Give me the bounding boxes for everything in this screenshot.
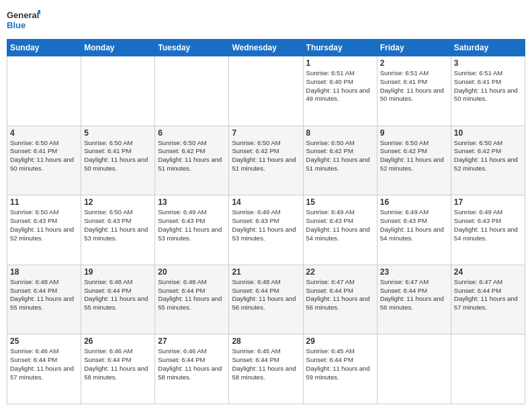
day-number: 5 bbox=[84, 128, 152, 138]
day-number: 12 bbox=[84, 197, 152, 207]
table-row: 25Sunrise: 6:46 AM Sunset: 6:44 PM Dayli… bbox=[7, 334, 81, 404]
day-info: Sunrise: 6:46 AM Sunset: 6:44 PM Dayligh… bbox=[10, 347, 78, 381]
table-row: 23Sunrise: 6:47 AM Sunset: 6:44 PM Dayli… bbox=[377, 265, 451, 334]
svg-text:General: General bbox=[7, 10, 39, 20]
table-row: 20Sunrise: 6:48 AM Sunset: 6:44 PM Dayli… bbox=[155, 265, 229, 334]
day-info: Sunrise: 6:47 AM Sunset: 6:44 PM Dayligh… bbox=[454, 278, 522, 312]
day-number: 29 bbox=[306, 336, 374, 346]
day-info: Sunrise: 6:50 AM Sunset: 6:43 PM Dayligh… bbox=[84, 208, 152, 242]
day-info: Sunrise: 6:46 AM Sunset: 6:44 PM Dayligh… bbox=[158, 347, 226, 381]
table-row: 19Sunrise: 6:48 AM Sunset: 6:44 PM Dayli… bbox=[81, 265, 155, 334]
day-number: 13 bbox=[158, 197, 226, 207]
header-sunday: Sunday bbox=[7, 40, 81, 56]
page: General Blue SundayMondayTuesdayWednesda… bbox=[0, 0, 532, 411]
header: General Blue bbox=[7, 7, 525, 34]
day-number: 9 bbox=[380, 128, 448, 138]
day-info: Sunrise: 6:50 AM Sunset: 6:42 PM Dayligh… bbox=[380, 139, 448, 173]
week-row-2: 11Sunrise: 6:50 AM Sunset: 6:43 PM Dayli… bbox=[7, 195, 525, 265]
calendar-header-row: SundayMondayTuesdayWednesdayThursdayFrid… bbox=[7, 40, 525, 56]
table-row: 27Sunrise: 6:46 AM Sunset: 6:44 PM Dayli… bbox=[155, 334, 229, 404]
table-row bbox=[7, 56, 81, 126]
logo-svg: General Blue bbox=[7, 7, 40, 34]
table-row: 5Sunrise: 6:50 AM Sunset: 6:41 PM Daylig… bbox=[81, 126, 155, 195]
logo: General Blue bbox=[7, 7, 40, 34]
day-info: Sunrise: 6:48 AM Sunset: 6:44 PM Dayligh… bbox=[84, 278, 152, 312]
day-info: Sunrise: 6:48 AM Sunset: 6:44 PM Dayligh… bbox=[232, 278, 300, 312]
day-number: 22 bbox=[306, 267, 374, 277]
day-info: Sunrise: 6:51 AM Sunset: 6:41 PM Dayligh… bbox=[454, 69, 522, 103]
table-row: 14Sunrise: 6:49 AM Sunset: 6:43 PM Dayli… bbox=[229, 195, 303, 265]
table-row: 7Sunrise: 6:50 AM Sunset: 6:42 PM Daylig… bbox=[229, 126, 303, 195]
day-info: Sunrise: 6:45 AM Sunset: 6:44 PM Dayligh… bbox=[232, 347, 300, 381]
day-number: 18 bbox=[10, 267, 78, 277]
table-row bbox=[155, 56, 229, 126]
calendar-table: SundayMondayTuesdayWednesdayThursdayFrid… bbox=[7, 39, 525, 404]
table-row: 17Sunrise: 6:49 AM Sunset: 6:43 PM Dayli… bbox=[451, 195, 525, 265]
day-info: Sunrise: 6:49 AM Sunset: 6:43 PM Dayligh… bbox=[380, 208, 448, 242]
table-row: 22Sunrise: 6:47 AM Sunset: 6:44 PM Dayli… bbox=[303, 265, 377, 334]
day-number: 25 bbox=[10, 336, 78, 346]
table-row: 26Sunrise: 6:46 AM Sunset: 6:44 PM Dayli… bbox=[81, 334, 155, 404]
table-row bbox=[451, 334, 525, 404]
day-number: 20 bbox=[158, 267, 226, 277]
day-number: 15 bbox=[306, 197, 374, 207]
day-number: 26 bbox=[84, 336, 152, 346]
table-row: 28Sunrise: 6:45 AM Sunset: 6:44 PM Dayli… bbox=[229, 334, 303, 404]
table-row: 2Sunrise: 6:51 AM Sunset: 6:41 PM Daylig… bbox=[377, 56, 451, 126]
table-row bbox=[229, 56, 303, 126]
table-row: 4Sunrise: 6:50 AM Sunset: 6:41 PM Daylig… bbox=[7, 126, 81, 195]
day-number: 27 bbox=[158, 336, 226, 346]
table-row: 3Sunrise: 6:51 AM Sunset: 6:41 PM Daylig… bbox=[451, 56, 525, 126]
table-row: 9Sunrise: 6:50 AM Sunset: 6:42 PM Daylig… bbox=[377, 126, 451, 195]
table-row: 15Sunrise: 6:49 AM Sunset: 6:43 PM Dayli… bbox=[303, 195, 377, 265]
table-row: 13Sunrise: 6:49 AM Sunset: 6:43 PM Dayli… bbox=[155, 195, 229, 265]
table-row: 21Sunrise: 6:48 AM Sunset: 6:44 PM Dayli… bbox=[229, 265, 303, 334]
day-info: Sunrise: 6:50 AM Sunset: 6:42 PM Dayligh… bbox=[158, 139, 226, 173]
day-info: Sunrise: 6:47 AM Sunset: 6:44 PM Dayligh… bbox=[306, 278, 374, 312]
day-number: 28 bbox=[232, 336, 300, 346]
week-row-0: 1Sunrise: 6:51 AM Sunset: 6:40 PM Daylig… bbox=[7, 56, 525, 126]
table-row: 24Sunrise: 6:47 AM Sunset: 6:44 PM Dayli… bbox=[451, 265, 525, 334]
day-number: 11 bbox=[10, 197, 78, 207]
table-row: 18Sunrise: 6:48 AM Sunset: 6:44 PM Dayli… bbox=[7, 265, 81, 334]
day-info: Sunrise: 6:49 AM Sunset: 6:43 PM Dayligh… bbox=[232, 208, 300, 242]
day-info: Sunrise: 6:48 AM Sunset: 6:44 PM Dayligh… bbox=[158, 278, 226, 312]
header-thursday: Thursday bbox=[303, 40, 377, 56]
day-number: 19 bbox=[84, 267, 152, 277]
day-number: 23 bbox=[380, 267, 448, 277]
day-info: Sunrise: 6:49 AM Sunset: 6:43 PM Dayligh… bbox=[306, 208, 374, 242]
day-info: Sunrise: 6:51 AM Sunset: 6:40 PM Dayligh… bbox=[306, 69, 374, 103]
table-row: 10Sunrise: 6:50 AM Sunset: 6:42 PM Dayli… bbox=[451, 126, 525, 195]
day-number: 16 bbox=[380, 197, 448, 207]
day-number: 6 bbox=[158, 128, 226, 138]
day-info: Sunrise: 6:49 AM Sunset: 6:43 PM Dayligh… bbox=[454, 208, 522, 242]
day-info: Sunrise: 6:49 AM Sunset: 6:43 PM Dayligh… bbox=[158, 208, 226, 242]
svg-text:Blue: Blue bbox=[7, 20, 26, 30]
day-number: 17 bbox=[454, 197, 522, 207]
day-info: Sunrise: 6:46 AM Sunset: 6:44 PM Dayligh… bbox=[84, 347, 152, 381]
table-row: 11Sunrise: 6:50 AM Sunset: 6:43 PM Dayli… bbox=[7, 195, 81, 265]
day-info: Sunrise: 6:47 AM Sunset: 6:44 PM Dayligh… bbox=[380, 278, 448, 312]
day-info: Sunrise: 6:51 AM Sunset: 6:41 PM Dayligh… bbox=[380, 69, 448, 103]
day-number: 10 bbox=[454, 128, 522, 138]
table-row bbox=[377, 334, 451, 404]
day-number: 8 bbox=[306, 128, 374, 138]
day-number: 1 bbox=[306, 58, 374, 68]
table-row: 16Sunrise: 6:49 AM Sunset: 6:43 PM Dayli… bbox=[377, 195, 451, 265]
week-row-3: 18Sunrise: 6:48 AM Sunset: 6:44 PM Dayli… bbox=[7, 265, 525, 334]
day-number: 3 bbox=[454, 58, 522, 68]
table-row: 1Sunrise: 6:51 AM Sunset: 6:40 PM Daylig… bbox=[303, 56, 377, 126]
week-row-1: 4Sunrise: 6:50 AM Sunset: 6:41 PM Daylig… bbox=[7, 126, 525, 195]
day-info: Sunrise: 6:50 AM Sunset: 6:42 PM Dayligh… bbox=[454, 139, 522, 173]
day-number: 24 bbox=[454, 267, 522, 277]
day-info: Sunrise: 6:45 AM Sunset: 6:44 PM Dayligh… bbox=[306, 347, 374, 381]
table-row bbox=[81, 56, 155, 126]
day-info: Sunrise: 6:50 AM Sunset: 6:42 PM Dayligh… bbox=[232, 139, 300, 173]
header-tuesday: Tuesday bbox=[155, 40, 229, 56]
header-wednesday: Wednesday bbox=[229, 40, 303, 56]
header-monday: Monday bbox=[81, 40, 155, 56]
day-info: Sunrise: 6:48 AM Sunset: 6:44 PM Dayligh… bbox=[10, 278, 78, 312]
table-row: 29Sunrise: 6:45 AM Sunset: 6:44 PM Dayli… bbox=[303, 334, 377, 404]
day-number: 21 bbox=[232, 267, 300, 277]
table-row: 12Sunrise: 6:50 AM Sunset: 6:43 PM Dayli… bbox=[81, 195, 155, 265]
